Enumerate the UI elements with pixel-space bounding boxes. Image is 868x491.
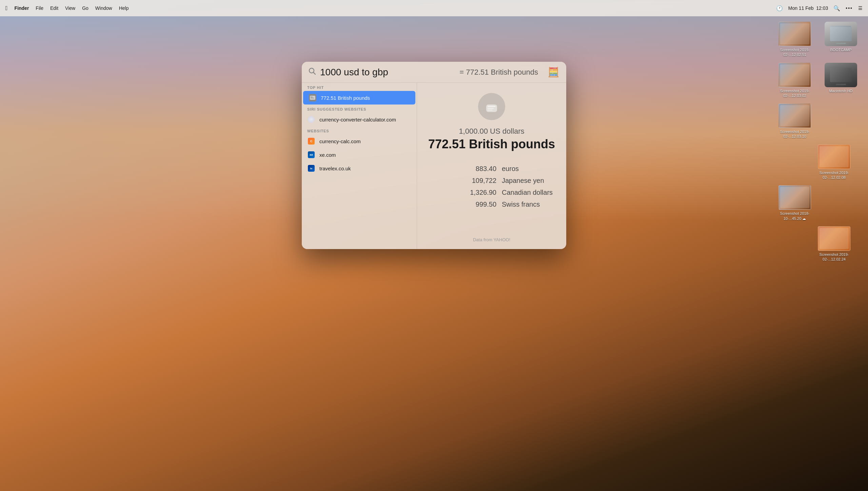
screenshot5-thumbnail [778, 185, 811, 210]
macintosh-hd-thumbnail [825, 63, 857, 87]
top-hit-section-label: TOP HIT [302, 83, 417, 91]
screenshot3-thumbnail [778, 103, 811, 128]
currency-row-euros: 883.40 euros [427, 165, 556, 173]
yen-amount: 109,722 [456, 177, 496, 185]
spotlight-body: TOP HIT 772.51 British pounds SIRI SUGGE… [302, 83, 566, 249]
euros-amount: 883.40 [456, 165, 496, 173]
currency-icon [478, 93, 505, 120]
currency-calc-label: currency-calc.com [319, 138, 361, 144]
siri-suggested-item[interactable]: currency-converter-calculator.com [302, 113, 417, 126]
menu-view[interactable]: View [65, 5, 75, 11]
spotlight-inline-result: = 772.51 British pounds [459, 68, 538, 77]
siri-favicon [307, 115, 315, 124]
travelex-favicon: tx [307, 164, 315, 172]
siri-icon[interactable]: ••• [846, 5, 853, 11]
website-item-travelex[interactable]: tx travelex.co.uk [302, 162, 417, 175]
menubar-right: 🕐 Mon 11 Feb 12:03 🔍 ••• ☰ [776, 5, 863, 12]
chf-amount: 999.50 [456, 201, 496, 208]
svg-rect-9 [488, 110, 492, 111]
screenshot6-thumbnail [818, 226, 850, 251]
menubar:  Finder File Edit View Go Window Help 🕐… [0, 0, 868, 16]
svg-rect-4 [311, 97, 313, 97]
siri-item-label: currency-converter-calculator.com [319, 117, 396, 122]
menu-finder[interactable]: Finder [15, 5, 29, 11]
svg-rect-8 [488, 108, 494, 109]
desktop-icon-screenshot4[interactable]: Screenshot 2019-02-...12.02.08 [814, 143, 854, 182]
menubar-left:  Finder File Edit View Go Window Help [5, 5, 129, 12]
desktop-icon-screenshot1[interactable]: Screenshot 2019-02-...12.02.51 [774, 20, 815, 59]
desktop-icon-screenshot2[interactable]: Screenshot 2019-02-...12.03.02 [774, 61, 815, 100]
xe-favicon: xe [307, 151, 315, 159]
spotlight-query-text: 1000 usd to gbp [320, 67, 455, 78]
currency-row-cad: 1,326.90 Canadian dollars [427, 189, 556, 196]
macintosh-hd-label: Macintosh HD [829, 89, 852, 93]
screenshot5-label: Screenshot 2018-10-...45.20 ☁ [776, 211, 813, 221]
apple-menu[interactable]:  [5, 5, 8, 12]
screenshot1-label: Screenshot 2019-02-...12.02.51 [776, 48, 813, 57]
menu-help[interactable]: Help [119, 5, 129, 11]
desktop-icons: Screenshot 2019-02-...12.02.51 BOOTCAMP … [774, 20, 861, 263]
spotlight-right-panel: 1,000.00 US dollars 772.51 British pound… [417, 83, 566, 249]
desktop-icon-screenshot6[interactable]: Screenshot 2019-02-...12.02.24 [814, 225, 854, 263]
top-hit-icon [309, 94, 317, 102]
desktop-icon-screenshot3[interactable]: Screenshot 2019-02-...12.03.10 [774, 102, 815, 140]
cad-amount: 1,326.90 [456, 189, 496, 196]
menu-window[interactable]: Window [95, 5, 112, 11]
spotlight-input-row: 1000 usd to gbp = 772.51 British pounds … [302, 62, 566, 83]
siri-section-label: SIRI SUGGESTED WEBSITES [302, 105, 417, 113]
menu-edit[interactable]: Edit [50, 5, 58, 11]
yen-name: Japanese yen [502, 177, 556, 185]
top-hit-label-text: 772.51 British pounds [321, 95, 370, 101]
bootcamp-thumbnail [825, 22, 857, 46]
website-item-currency-calc[interactable]: C currency-calc.com [302, 134, 417, 148]
datetime-display: Mon 11 Feb 12:03 [788, 5, 828, 11]
currency-from-text: 1,000.00 US dollars [459, 127, 524, 136]
travelex-label: travelex.co.uk [319, 166, 351, 171]
menu-go[interactable]: Go [82, 5, 88, 11]
desktop-icon-bootcamp[interactable]: BOOTCAMP [821, 20, 861, 59]
chf-name: Swiss francs [502, 201, 556, 208]
svg-rect-5 [311, 98, 314, 98]
currency-conversion-table: 883.40 euros 109,722 Japanese yen 1,326.… [427, 165, 556, 208]
screenshot6-label: Screenshot 2019-02-...12.02.24 [815, 252, 853, 262]
desktop-icon-screenshot5[interactable]: Screenshot 2018-10-...45.20 ☁ [774, 184, 815, 222]
svg-line-1 [314, 72, 316, 74]
screenshot4-thumbnail [818, 145, 850, 169]
spotlight-menubar-icon[interactable]: 🔍 [833, 5, 840, 12]
spotlight-left-panel: TOP HIT 772.51 British pounds SIRI SUGGE… [302, 83, 417, 249]
xe-label: xe.com [319, 152, 336, 158]
currency-row-yen: 109,722 Japanese yen [427, 177, 556, 185]
euros-name: euros [502, 165, 556, 173]
notification-center-icon[interactable]: ☰ [858, 5, 863, 11]
currency-calc-favicon: C [307, 137, 315, 145]
screenshot1-thumbnail [778, 22, 811, 46]
calculator-icon: 🧮 [548, 67, 559, 78]
website-item-xe[interactable]: xe xe.com [302, 148, 417, 162]
data-source-text: Data from YAHOO! [473, 237, 510, 242]
svg-rect-7 [488, 106, 496, 107]
top-hit-item[interactable]: 772.51 British pounds [303, 91, 415, 105]
websites-section-label: WEBSITES [302, 126, 417, 134]
currency-to-text: 772.51 British pounds [428, 137, 555, 151]
screenshot2-label: Screenshot 2019-02-...12.03.02 [776, 89, 813, 98]
cad-name: Canadian dollars [502, 189, 556, 196]
bootcamp-label: BOOTCAMP [830, 48, 852, 52]
desktop-icon-macintosh-hd[interactable]: Macintosh HD [821, 61, 861, 100]
screenshot3-label: Screenshot 2019-02-...12.03.10 [776, 129, 813, 139]
screenshot4-label: Screenshot 2019-02-...12.02.08 [815, 170, 853, 180]
search-icon [309, 68, 316, 77]
spotlight-window: 1000 usd to gbp = 772.51 British pounds … [302, 62, 566, 249]
time-machine-icon[interactable]: 🕐 [776, 5, 783, 12]
menu-file[interactable]: File [36, 5, 43, 11]
screenshot2-thumbnail [778, 63, 811, 87]
currency-row-chf: 999.50 Swiss francs [427, 201, 556, 208]
